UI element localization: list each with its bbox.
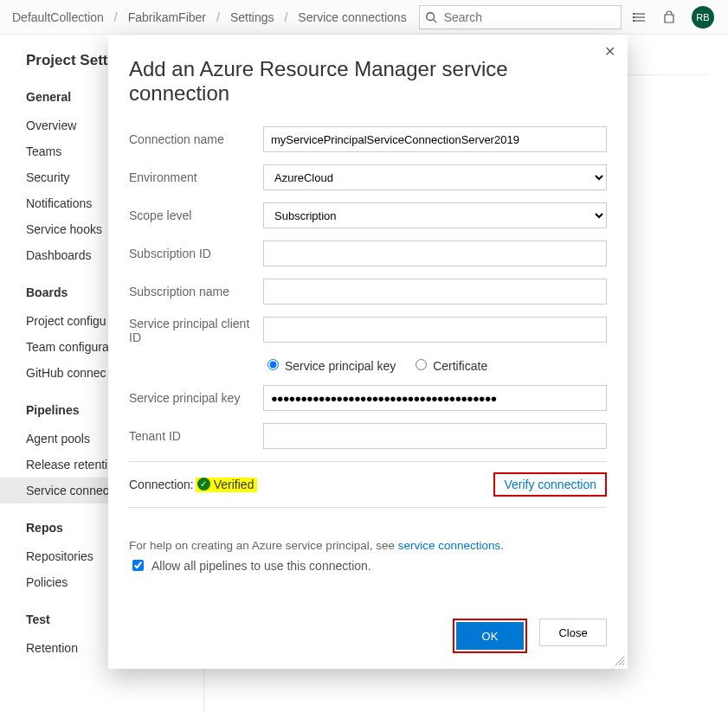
subscription-name-input[interactable] xyxy=(263,279,607,305)
breadcrumb-sep: / xyxy=(284,10,287,24)
breadcrumb-sep: / xyxy=(114,10,118,24)
breadcrumb-sep: / xyxy=(216,10,220,24)
scope-level-select[interactable]: Subscription xyxy=(263,202,607,228)
tenant-id-input[interactable] xyxy=(263,423,607,449)
close-button[interactable]: Close xyxy=(539,619,607,646)
label-connection-name: Connection name xyxy=(129,132,263,146)
label-sp-key: Service principal key xyxy=(129,391,263,405)
label-subscription-id: Subscription ID xyxy=(129,247,263,260)
svg-point-7 xyxy=(633,20,634,21)
svg-point-5 xyxy=(633,13,634,14)
verify-connection-highlight: Verify connection xyxy=(493,472,607,497)
shopping-bag-icon[interactable] xyxy=(662,10,676,24)
help-text: For help on creating an Azure service pr… xyxy=(129,539,607,552)
add-connection-dialog: ✕ Add an Azure Resource Manager service … xyxy=(108,35,628,669)
topbar-actions: RB xyxy=(633,6,721,29)
resize-grip-icon[interactable] xyxy=(614,655,624,665)
breadcrumb-seg[interactable]: Service connections xyxy=(293,7,411,28)
status-verified: ✓ Verified xyxy=(196,478,258,492)
separator xyxy=(129,507,607,508)
list-icon[interactable] xyxy=(633,10,647,24)
separator xyxy=(129,461,607,462)
svg-line-10 xyxy=(622,664,624,665)
search-wrapper[interactable] xyxy=(419,5,622,29)
help-link[interactable]: service connections xyxy=(398,539,501,552)
subscription-id-input[interactable] xyxy=(263,241,607,266)
ok-highlight: OK xyxy=(453,619,527,653)
close-icon[interactable]: ✕ xyxy=(604,43,615,60)
verify-connection-link[interactable]: Verify connection xyxy=(504,478,596,491)
sp-key-input[interactable] xyxy=(263,385,607,411)
breadcrumb: DefaultCollection / FabrikamFiber / Sett… xyxy=(7,7,412,28)
check-circle-icon: ✓ xyxy=(197,478,210,491)
label-sp-client-id: Service principal client ID xyxy=(129,317,263,344)
label-connection-status: Connection: xyxy=(129,478,194,491)
search-icon xyxy=(425,11,437,23)
sp-client-id-input[interactable] xyxy=(263,317,607,343)
ok-button[interactable]: OK xyxy=(456,622,524,650)
dialog-title: Add an Azure Resource Manager service co… xyxy=(129,57,607,106)
verified-text: Verified xyxy=(214,478,254,491)
radio-sp-key[interactable]: Service principal key xyxy=(263,356,396,373)
breadcrumb-seg[interactable]: Settings xyxy=(225,7,280,28)
breadcrumb-seg[interactable]: DefaultCollection xyxy=(7,7,109,28)
breadcrumb-seg[interactable]: FabrikamFiber xyxy=(123,7,211,28)
svg-point-0 xyxy=(426,12,434,20)
label-subscription-name: Subscription name xyxy=(129,285,263,298)
label-environment: Environment xyxy=(129,170,263,184)
connection-name-input[interactable] xyxy=(263,126,607,152)
label-tenant-id: Tenant ID xyxy=(129,429,263,443)
avatar[interactable]: RB xyxy=(692,6,714,29)
svg-point-6 xyxy=(633,16,634,17)
top-bar: DefaultCollection / FabrikamFiber / Sett… xyxy=(0,0,728,35)
allow-all-label: Allow all pipelines to use this connecti… xyxy=(151,559,371,573)
label-scope-level: Scope level xyxy=(129,208,263,222)
allow-all-checkbox[interactable] xyxy=(132,560,144,571)
svg-line-1 xyxy=(433,19,436,22)
environment-select[interactable]: AzureCloud xyxy=(263,164,607,190)
radio-certificate[interactable]: Certificate xyxy=(411,356,487,373)
search-input[interactable] xyxy=(442,10,615,25)
